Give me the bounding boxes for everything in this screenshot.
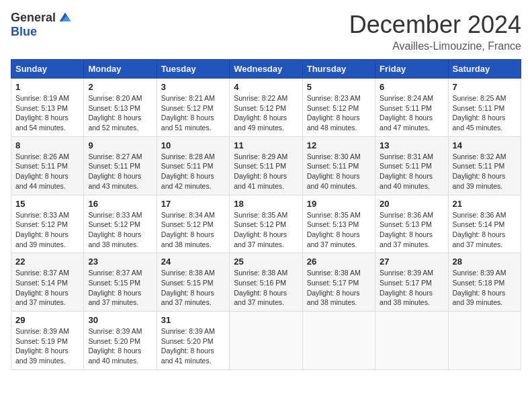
day-info: Sunrise: 8:29 AM Sunset: 5:11 PM Dayligh… [234,152,298,191]
day-info: Sunrise: 8:27 AM Sunset: 5:11 PM Dayligh… [88,152,152,191]
day-info: Sunrise: 8:39 AM Sunset: 5:19 PM Dayligh… [15,326,79,366]
calendar-week-row: 22Sunrise: 8:37 AM Sunset: 5:14 PM Dayli… [11,253,521,312]
calendar-cell: 13Sunrise: 8:31 AM Sunset: 5:11 PM Dayli… [375,136,448,195]
day-info: Sunrise: 8:20 AM Sunset: 5:13 PM Dayligh… [88,93,152,133]
day-info: Sunrise: 8:37 AM Sunset: 5:15 PM Dayligh… [88,268,152,308]
day-info: Sunrise: 8:38 AM Sunset: 5:17 PM Dayligh… [307,268,371,308]
day-info: Sunrise: 8:39 AM Sunset: 5:18 PM Dayligh… [453,268,517,308]
calendar-cell: 26Sunrise: 8:38 AM Sunset: 5:17 PM Dayli… [302,253,375,312]
day-info: Sunrise: 8:28 AM Sunset: 5:11 PM Dayligh… [161,152,225,191]
calendar-cell: 10Sunrise: 8:28 AM Sunset: 5:11 PM Dayli… [157,136,229,195]
day-number: 30 [88,315,152,325]
calendar-cell: 7Sunrise: 8:25 AM Sunset: 5:11 PM Daylig… [448,79,521,137]
weekday-header-wednesday: Wednesday [230,60,302,79]
day-info: Sunrise: 8:35 AM Sunset: 5:12 PM Dayligh… [234,210,298,250]
day-info: Sunrise: 8:38 AM Sunset: 5:15 PM Dayligh… [161,268,225,308]
calendar-cell: 18Sunrise: 8:35 AM Sunset: 5:12 PM Dayli… [230,195,302,253]
day-info: Sunrise: 8:37 AM Sunset: 5:14 PM Dayligh… [15,268,79,308]
calendar-cell: 22Sunrise: 8:37 AM Sunset: 5:14 PM Dayli… [11,253,84,312]
calendar-cell: 3Sunrise: 8:21 AM Sunset: 5:12 PM Daylig… [157,79,229,137]
day-number: 25 [234,257,298,267]
day-info: Sunrise: 8:36 AM Sunset: 5:14 PM Dayligh… [453,210,517,250]
day-number: 15 [15,199,79,209]
calendar-cell [448,312,521,370]
calendar-table: SundayMondayTuesdayWednesdayThursdayFrid… [11,59,521,370]
day-number: 20 [380,199,443,209]
calendar-cell: 19Sunrise: 8:35 AM Sunset: 5:13 PM Dayli… [302,195,375,253]
calendar-cell: 4Sunrise: 8:22 AM Sunset: 5:12 PM Daylig… [230,79,302,137]
calendar-cell: 12Sunrise: 8:30 AM Sunset: 5:11 PM Dayli… [302,136,375,195]
calendar-cell: 15Sunrise: 8:33 AM Sunset: 5:12 PM Dayli… [11,195,84,253]
day-info: Sunrise: 8:22 AM Sunset: 5:12 PM Dayligh… [234,93,298,133]
day-number: 26 [307,257,371,267]
day-info: Sunrise: 8:34 AM Sunset: 5:12 PM Dayligh… [161,210,225,250]
day-info: Sunrise: 8:39 AM Sunset: 5:20 PM Dayligh… [161,326,225,366]
calendar-cell [375,312,448,370]
day-number: 7 [453,82,517,92]
day-info: Sunrise: 8:30 AM Sunset: 5:11 PM Dayligh… [307,152,371,191]
title-area: December 2024 Availles-Limouzine, France [349,11,521,52]
day-info: Sunrise: 8:23 AM Sunset: 5:12 PM Dayligh… [307,93,371,133]
day-info: Sunrise: 8:21 AM Sunset: 5:12 PM Dayligh… [161,93,225,133]
day-number: 5 [307,82,371,92]
calendar-cell: 27Sunrise: 8:39 AM Sunset: 5:17 PM Dayli… [375,253,448,312]
day-info: Sunrise: 8:26 AM Sunset: 5:11 PM Dayligh… [15,152,79,191]
day-info: Sunrise: 8:32 AM Sunset: 5:11 PM Dayligh… [453,152,517,191]
day-info: Sunrise: 8:36 AM Sunset: 5:13 PM Dayligh… [380,210,443,250]
calendar-cell: 25Sunrise: 8:38 AM Sunset: 5:16 PM Dayli… [230,253,302,312]
day-info: Sunrise: 8:33 AM Sunset: 5:12 PM Dayligh… [88,210,152,250]
day-info: Sunrise: 8:19 AM Sunset: 5:13 PM Dayligh… [15,93,79,133]
weekday-header-sunday: Sunday [11,60,84,79]
calendar-cell [230,312,302,370]
calendar-cell: 5Sunrise: 8:23 AM Sunset: 5:12 PM Daylig… [302,79,375,137]
calendar-cell [302,312,375,370]
day-number: 19 [307,199,371,209]
calendar-cell: 6Sunrise: 8:24 AM Sunset: 5:11 PM Daylig… [375,79,448,137]
day-info: Sunrise: 8:35 AM Sunset: 5:13 PM Dayligh… [307,210,371,250]
logo-general-text: General [11,11,56,25]
calendar-cell: 1Sunrise: 8:19 AM Sunset: 5:13 PM Daylig… [11,79,84,137]
calendar-cell: 14Sunrise: 8:32 AM Sunset: 5:11 PM Dayli… [448,136,521,195]
day-number: 14 [453,140,517,150]
calendar-cell: 20Sunrise: 8:36 AM Sunset: 5:13 PM Dayli… [375,195,448,253]
day-number: 28 [453,257,517,267]
day-info: Sunrise: 8:25 AM Sunset: 5:11 PM Dayligh… [453,93,517,133]
day-number: 10 [161,140,225,150]
calendar-cell: 21Sunrise: 8:36 AM Sunset: 5:14 PM Dayli… [448,195,521,253]
calendar-cell: 8Sunrise: 8:26 AM Sunset: 5:11 PM Daylig… [11,136,84,195]
day-number: 9 [88,140,152,150]
weekday-header-row: SundayMondayTuesdayWednesdayThursdayFrid… [11,60,521,79]
weekday-header-tuesday: Tuesday [157,60,229,79]
day-info: Sunrise: 8:39 AM Sunset: 5:20 PM Dayligh… [88,326,152,366]
day-number: 13 [380,140,443,150]
day-info: Sunrise: 8:39 AM Sunset: 5:17 PM Dayligh… [380,268,443,308]
day-number: 6 [380,82,443,92]
day-number: 17 [161,199,225,209]
day-number: 18 [234,199,298,209]
day-info: Sunrise: 8:24 AM Sunset: 5:11 PM Dayligh… [380,93,443,133]
calendar-week-row: 15Sunrise: 8:33 AM Sunset: 5:12 PM Dayli… [11,195,521,253]
day-number: 27 [380,257,443,267]
day-number: 4 [234,82,298,92]
day-number: 22 [15,257,79,267]
day-number: 1 [15,82,79,92]
day-info: Sunrise: 8:38 AM Sunset: 5:16 PM Dayligh… [234,268,298,308]
day-number: 11 [234,140,298,150]
day-number: 29 [15,315,79,325]
day-number: 24 [161,257,225,267]
calendar-cell: 2Sunrise: 8:20 AM Sunset: 5:13 PM Daylig… [84,79,157,137]
day-number: 2 [88,82,152,92]
page-header: General Blue December 2024 Availles-Limo… [11,11,521,52]
location-title: Availles-Limouzine, France [349,40,521,52]
calendar-cell: 28Sunrise: 8:39 AM Sunset: 5:18 PM Dayli… [448,253,521,312]
calendar-cell: 23Sunrise: 8:37 AM Sunset: 5:15 PM Dayli… [84,253,157,312]
calendar-cell: 11Sunrise: 8:29 AM Sunset: 5:11 PM Dayli… [230,136,302,195]
day-number: 31 [161,315,225,325]
weekday-header-thursday: Thursday [302,60,375,79]
day-info: Sunrise: 8:31 AM Sunset: 5:11 PM Dayligh… [380,152,443,191]
day-number: 3 [161,82,225,92]
day-number: 8 [15,140,79,150]
calendar-cell: 24Sunrise: 8:38 AM Sunset: 5:15 PM Dayli… [157,253,229,312]
calendar-cell: 16Sunrise: 8:33 AM Sunset: 5:12 PM Dayli… [84,195,157,253]
logo: General Blue [11,11,72,39]
